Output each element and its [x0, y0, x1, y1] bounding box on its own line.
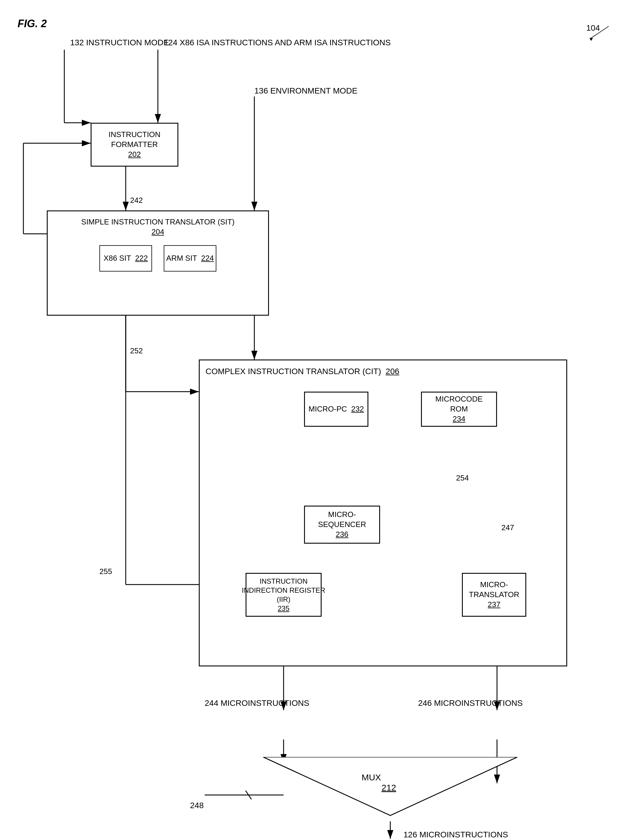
- instruction-mode-label: 132 INSTRUCTION MODE: [70, 38, 169, 47]
- svg-line-34: [591, 26, 609, 38]
- microcode-rom-box: MICROCODE ROM 234: [421, 392, 497, 427]
- arm-sit-ref: 224: [201, 254, 214, 262]
- ref104-arrow: [582, 24, 618, 41]
- ref-248: 248: [190, 801, 204, 810]
- mux-svg: MUX 212: [263, 757, 518, 821]
- arm-sit-label: ARM SIT: [166, 254, 197, 262]
- x86-sit-box: X86 SIT 222: [100, 245, 152, 272]
- microtrans-ref: 237: [488, 600, 500, 609]
- micro-sequencer-box: MICRO- SEQUENCER 236: [304, 506, 380, 544]
- arm-sit-box: ARM SIT 224: [164, 245, 216, 272]
- micro-translator-box: MICRO- TRANSLATOR 237: [462, 573, 526, 617]
- ref-242: 242: [130, 196, 143, 205]
- svg-text:MUX: MUX: [362, 772, 381, 782]
- cit-box: COMPLEX INSTRUCTION TRANSLATOR (CIT) 206: [199, 360, 567, 666]
- microcode-label: MICROCODE ROM: [435, 394, 483, 414]
- svg-line-29: [246, 791, 251, 799]
- micropc-ref: 232: [351, 404, 364, 413]
- micro-pc-box: MICRO-PC 232: [304, 392, 368, 427]
- ref-254: 254: [456, 474, 469, 483]
- instruction-formatter-box: INSTRUCTION FORMATTER 202: [91, 123, 178, 167]
- ref-244: 244 MICROINSTRUCTIONS: [205, 698, 309, 708]
- iir-label: INSTRUCTION INDIRECTION REGISTER (IIR): [242, 577, 325, 604]
- micropc-label: MICRO-PC: [308, 404, 347, 413]
- diagram-container: FIG. 2 104 132 INSTRUCTION MODE 124 X86 …: [0, 0, 635, 840]
- svg-text:212: 212: [382, 783, 396, 793]
- microcode-ref: 234: [453, 414, 465, 423]
- sit-box: SIMPLE INSTRUCTION TRANSLATOR (SIT) 204 …: [47, 210, 269, 316]
- ref-255: 255: [100, 567, 112, 576]
- microtrans-label: MICRO- TRANSLATOR: [469, 580, 519, 600]
- environment-mode-label: 136 ENVIRONMENT MODE: [254, 86, 357, 96]
- iir-box: INSTRUCTION INDIRECTION REGISTER (IIR) 2…: [246, 573, 322, 617]
- cit-label: COMPLEX INSTRUCTION TRANSLATOR (CIT): [205, 367, 381, 376]
- svg-marker-35: [589, 38, 593, 41]
- cit-ref: 206: [385, 367, 400, 376]
- ref-247: 247: [501, 523, 514, 532]
- ref-252: 252: [130, 346, 143, 355]
- microseq-ref: 236: [336, 530, 348, 538]
- formatter-ref: 202: [128, 150, 141, 159]
- sit-label: SIMPLE INSTRUCTION TRANSLATOR (SIT): [81, 218, 234, 226]
- x86-arm-instructions-label: 124 X86 ISA INSTRUCTIONS AND ARM ISA INS…: [164, 38, 390, 47]
- x86-sit-ref: 222: [135, 254, 148, 262]
- ref-246: 246 MICROINSTRUCTIONS: [418, 698, 523, 708]
- sit-ref: 204: [152, 227, 164, 236]
- fig-title: FIG. 2: [17, 17, 47, 30]
- x86-sit-label: X86 SIT: [104, 254, 131, 262]
- formatter-label: INSTRUCTION FORMATTER: [109, 130, 161, 150]
- iir-ref: 235: [278, 605, 289, 612]
- microseq-label: MICRO- SEQUENCER: [318, 510, 366, 530]
- ref-126: 126 MICROINSTRUCTIONS: [403, 830, 508, 839]
